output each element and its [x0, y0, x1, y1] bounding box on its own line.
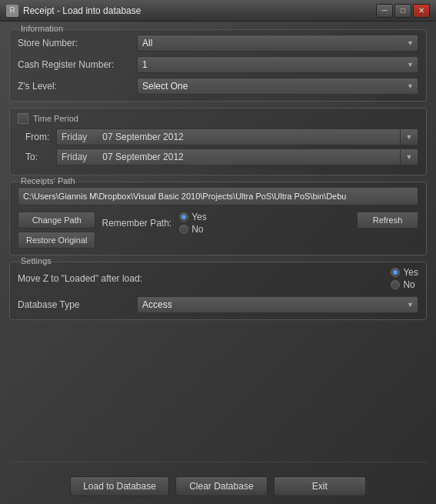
path-actions: Change Path Restore Original Remember Pa… [18, 212, 418, 249]
main-content: Information Store Number: All 1 2 3 Cash… [0, 22, 436, 504]
title-bar: R Receipt - Load into database ─ □ ✕ [0, 0, 436, 22]
z-level-select[interactable]: Select One Daily Weekly Monthly [137, 78, 418, 95]
z-level-label: Z's Level: [18, 81, 137, 92]
calendar-icon: ▼ [406, 133, 413, 141]
refresh-wrapper: Refresh [357, 212, 418, 229]
path-buttons-left: Change Path Restore Original [18, 212, 95, 249]
cash-register-label: Cash Register Number: [18, 59, 137, 70]
remember-yes-label: Yes [191, 212, 207, 222]
receipts-path-legend: Receipts' Path [18, 176, 78, 185]
clear-database-button[interactable]: Clear Database [175, 476, 268, 496]
time-period-header: Time Period [18, 113, 418, 124]
move-yes-radio[interactable] [391, 268, 400, 277]
change-path-button[interactable]: Change Path [18, 212, 95, 229]
remember-yes-row[interactable]: Yes [179, 212, 207, 222]
receipts-path-group: Receipts' Path C:\Users\Giannis M\Dropbo… [9, 182, 427, 255]
move-no-row[interactable]: No [391, 279, 418, 290]
move-yes-row[interactable]: Yes [391, 267, 418, 278]
information-group: Information Store Number: All 1 2 3 Cash… [9, 29, 427, 102]
cash-register-select[interactable]: 1 2 3 [137, 56, 418, 73]
to-day: Friday [62, 152, 87, 162]
from-date-picker-button[interactable]: ▼ [400, 129, 418, 145]
remember-path-radio-group: Yes No [179, 212, 207, 235]
from-date-input[interactable]: Friday 07 September 2012 [56, 129, 400, 145]
time-period-legend: Time Period [33, 114, 78, 123]
minimize-button[interactable]: ─ [376, 4, 393, 18]
restore-button[interactable]: □ [394, 4, 411, 18]
db-type-row: Database Type Access SQL Server [18, 296, 418, 313]
db-type-select-wrapper: Access SQL Server [137, 296, 418, 313]
refresh-button[interactable]: Refresh [357, 212, 418, 229]
exit-button[interactable]: Exit [274, 476, 366, 496]
remember-yes-radio[interactable] [179, 212, 188, 222]
settings-legend: Settings [18, 256, 55, 265]
to-date: 07 September 2012 [102, 152, 183, 162]
move-z-row: Move Z to "Loaded" after load: Yes No [18, 267, 418, 290]
remember-no-radio[interactable] [179, 225, 188, 234]
load-database-button[interactable]: Load to Database [70, 476, 169, 496]
path-display: C:\Users\Giannis M\Dropbox\Visual Basic … [18, 187, 418, 205]
z-level-select-wrapper: Select One Daily Weekly Monthly [137, 78, 418, 95]
move-z-radio-group: Yes No [391, 267, 418, 290]
to-date-picker-button[interactable]: ▼ [400, 149, 418, 165]
remember-path-section: Remember Path: Yes No [102, 212, 351, 235]
store-number-label: Store Number: [18, 38, 137, 48]
move-no-radio[interactable] [391, 280, 400, 289]
close-button[interactable]: ✕ [413, 4, 430, 18]
z-level-row: Z's Level: Select One Daily Weekly Month… [18, 78, 418, 95]
window-title: Receipt - Load into database [23, 5, 376, 16]
time-period-group: Time Period From: Friday 07 September 20… [9, 108, 427, 175]
from-day: Friday [62, 132, 87, 142]
to-date-input[interactable]: Friday 07 September 2012 [56, 149, 400, 165]
from-date: 07 September 2012 [102, 132, 183, 142]
from-label: From: [18, 132, 56, 142]
to-date-field: Friday 07 September 2012 ▼ [56, 149, 418, 165]
restore-original-button[interactable]: Restore Original [18, 232, 95, 249]
from-date-row: From: Friday 07 September 2012 ▼ [18, 129, 418, 145]
store-number-select-wrapper: All 1 2 3 [137, 35, 418, 52]
move-z-label: Move Z to "Loaded" after load: [18, 273, 391, 284]
move-yes-label: Yes [403, 267, 418, 278]
db-type-select[interactable]: Access SQL Server [137, 296, 418, 313]
store-number-row: Store Number: All 1 2 3 [18, 35, 418, 52]
cash-register-row: Cash Register Number: 1 2 3 [18, 56, 418, 73]
bottom-bar: Load to Database Clear Database Exit [9, 472, 427, 496]
calendar-icon: ▼ [406, 153, 413, 161]
remember-no-label: No [191, 224, 203, 235]
window-icon: R [6, 5, 18, 17]
remember-path-label: Remember Path: [102, 218, 171, 229]
store-number-select[interactable]: All 1 2 3 [137, 35, 418, 52]
settings-group: Settings Move Z to "Loaded" after load: … [9, 262, 427, 320]
information-legend: Information [18, 24, 66, 33]
db-type-label: Database Type [18, 299, 137, 310]
move-no-label: No [403, 279, 414, 290]
bottom-separator [9, 462, 427, 462]
remember-no-row[interactable]: No [179, 224, 207, 235]
window-controls: ─ □ ✕ [376, 4, 430, 18]
to-label: To: [18, 152, 56, 162]
time-period-checkbox[interactable] [18, 113, 28, 124]
from-date-field: Friday 07 September 2012 ▼ [56, 129, 418, 145]
to-date-row: To: Friday 07 September 2012 ▼ [18, 149, 418, 165]
cash-register-select-wrapper: 1 2 3 [137, 56, 418, 73]
